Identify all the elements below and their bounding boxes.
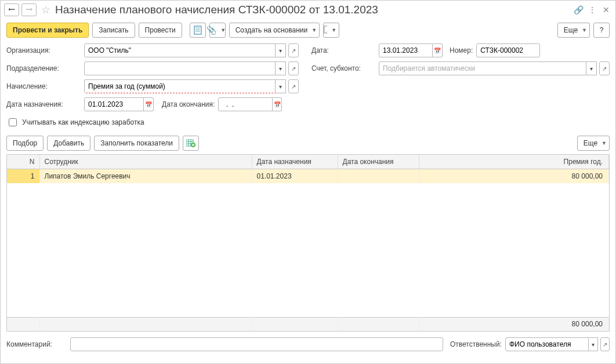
table-footer-row: 80 000,00	[7, 317, 609, 331]
chevron-down-icon: ▼	[311, 27, 317, 33]
cell-employee[interactable]: Липатов Эмиль Сергеевич	[39, 169, 252, 183]
dropdown-button[interactable]: ▾	[586, 61, 597, 75]
calendar-icon: 📅	[274, 101, 281, 108]
calendar-icon: 📅	[145, 101, 152, 108]
chevron-down-icon: ▾	[592, 341, 595, 348]
attach-button[interactable]: 📎▼	[209, 23, 226, 38]
comment-input[interactable]	[70, 337, 443, 351]
save-button[interactable]: Записать	[92, 23, 135, 38]
open-icon: ↗	[603, 341, 607, 348]
index-checkbox[interactable]: Учитывать как индексацию заработка	[6, 117, 144, 128]
table-row[interactable]: 1 Липатов Эмиль Сергеевич 01.01.2023 80 …	[7, 169, 609, 183]
date-label: Дата:	[311, 46, 375, 54]
calendar-button[interactable]: 📅	[433, 43, 443, 57]
chevron-down-icon: ▼	[331, 27, 336, 33]
index-checkbox-label: Учитывать как индексацию заработка	[22, 118, 144, 126]
dropdown-button[interactable]: ▾	[276, 43, 286, 57]
open-button[interactable]: ↗	[288, 79, 299, 93]
open-icon: ↗	[291, 65, 296, 72]
section-more-button[interactable]: Еще▼	[577, 136, 610, 151]
cell-bonus[interactable]: 80 000,00	[419, 169, 609, 183]
cell-n[interactable]: 1	[7, 169, 39, 183]
number-input[interactable]	[476, 43, 540, 57]
svg-rect-0	[194, 26, 201, 34]
open-icon: ↗	[291, 83, 296, 90]
create-based-on-button[interactable]: Создать на основании▼	[229, 23, 320, 38]
account-input[interactable]	[379, 61, 586, 75]
date-input[interactable]	[379, 43, 433, 57]
open-icon: ↗	[602, 65, 607, 72]
col-header-bonus[interactable]: Премия год.	[419, 155, 609, 169]
employees-table: N Сотрудник Дата назначения Дата окончан…	[6, 154, 610, 332]
org-input[interactable]	[84, 43, 276, 57]
responsible-input[interactable]	[505, 337, 589, 351]
link-icon[interactable]: 🔗	[572, 4, 584, 16]
cell-end[interactable]	[338, 169, 419, 183]
table-plus-icon	[186, 139, 195, 147]
col-header-end[interactable]: Дата окончания	[338, 155, 419, 169]
assign-date-label: Дата назначения:	[6, 100, 81, 108]
favorite-star-icon[interactable]: ☆	[41, 3, 50, 16]
back-button[interactable]: 🠔	[4, 3, 19, 16]
index-checkbox-input[interactable]	[9, 118, 17, 126]
total-bonus: 80 000,00	[419, 317, 609, 331]
calendar-button[interactable]: 📅	[273, 97, 282, 111]
dropdown-button[interactable]: ▾	[589, 337, 598, 351]
post-and-close-button[interactable]: Провести и закрыть	[6, 23, 89, 38]
forward-button[interactable]: 🠖	[21, 3, 37, 16]
fill-indicators-button[interactable]: Заполнить показатели	[94, 136, 179, 151]
pick-button[interactable]: Подбор	[6, 136, 44, 151]
table-header-row: N Сотрудник Дата назначения Дата окончан…	[7, 155, 609, 169]
org-label: Организация:	[6, 46, 81, 54]
open-button[interactable]: ↗	[288, 61, 299, 75]
chevron-down-icon: ▾	[590, 65, 593, 72]
dept-input[interactable]	[84, 61, 276, 75]
more-button[interactable]: Еще▼	[557, 23, 590, 38]
paperclip-icon: 📎	[206, 26, 216, 35]
chevron-down-icon: ▼	[220, 27, 226, 33]
accrual-input[interactable]	[84, 79, 276, 93]
account-label: Счет, субконто:	[311, 64, 375, 72]
chevron-down-icon: ▾	[279, 65, 282, 72]
accrual-label: Начисление:	[6, 82, 81, 90]
chevron-down-icon: ▼	[582, 27, 587, 33]
responsible-label: Ответственный:	[450, 340, 502, 348]
chevron-down-icon: ▼	[601, 140, 607, 146]
open-icon: ↗	[291, 48, 296, 54]
end-date-input[interactable]	[218, 97, 272, 111]
dropdown-button[interactable]: ▾	[276, 61, 286, 75]
chevron-down-icon: ▾	[279, 48, 282, 54]
col-header-n[interactable]: N	[7, 155, 39, 169]
options-icon[interactable]: ⋮	[586, 4, 598, 16]
doc-gear-icon	[324, 26, 327, 35]
report-button[interactable]	[190, 23, 206, 38]
help-button[interactable]: ?	[593, 23, 610, 38]
calendar-icon: 📅	[434, 48, 441, 54]
svg-rect-4	[324, 26, 327, 33]
assign-date-input[interactable]	[84, 97, 144, 111]
calendar-button[interactable]: 📅	[144, 97, 154, 111]
dept-label: Подразделение:	[6, 64, 81, 72]
comment-label: Комментарий:	[6, 340, 67, 348]
chevron-down-icon: ▾	[279, 83, 282, 90]
cell-assign[interactable]: 01.01.2023	[252, 169, 338, 183]
open-button[interactable]: ↗	[599, 61, 610, 75]
col-header-employee[interactable]: Сотрудник	[39, 155, 252, 169]
number-label: Номер:	[450, 46, 473, 54]
col-header-assign[interactable]: Дата назначения	[252, 155, 338, 169]
document-action-button[interactable]: ▼	[323, 23, 339, 38]
window-title: Назначение планового начисления СТЗК-000…	[55, 3, 570, 16]
open-button[interactable]: ↗	[288, 43, 299, 57]
open-button[interactable]: ↗	[600, 337, 610, 351]
dropdown-button[interactable]: ▾	[276, 79, 286, 93]
document-icon	[194, 26, 202, 35]
table-config-button[interactable]	[183, 136, 199, 151]
post-button[interactable]: Провести	[139, 23, 182, 38]
close-icon[interactable]: ✕	[600, 4, 612, 16]
add-button[interactable]: Добавить	[47, 136, 90, 151]
end-date-label: Дата окончания:	[162, 100, 215, 108]
